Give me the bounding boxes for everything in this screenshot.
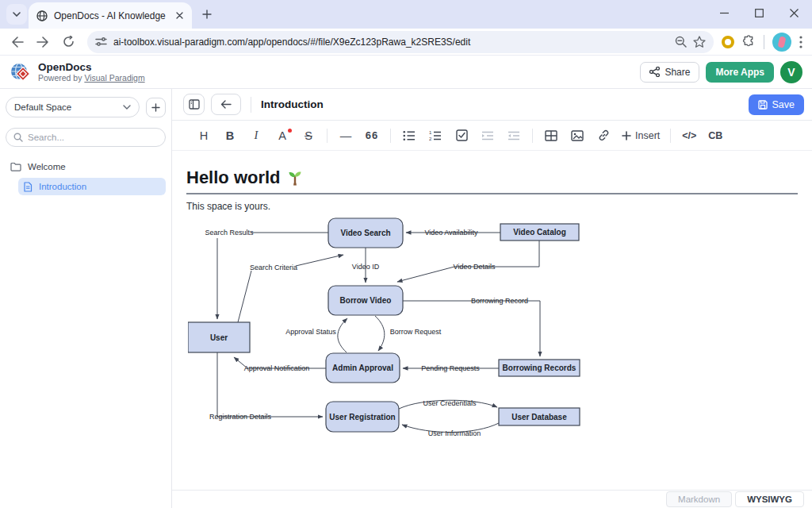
heading-button[interactable]: H — [196, 126, 212, 145]
divider — [764, 35, 764, 49]
sidebar-item-introduction[interactable]: Introduction — [18, 178, 166, 195]
browser-tab-strip: OpenDocs - AI Knowledge Base — [0, 0, 812, 29]
dataflow-diagram[interactable]: Video SearchVideo CatalogBorrow VideoUse… — [188, 214, 798, 448]
diagram-edge-label-bg — [188, 214, 190, 214]
diagram-canvas: Video SearchVideo CatalogBorrow VideoUse… — [188, 214, 600, 445]
diagram-node-label: Video Search — [340, 229, 390, 237]
diagram-node-label: Borrowing Records — [503, 364, 576, 372]
diagram-edge-label: Video Details — [454, 263, 496, 271]
folder-icon — [10, 162, 21, 171]
close-window-button[interactable] — [787, 6, 801, 20]
app-brand: OpenDocs Powered by Visual Paradigm — [10, 61, 145, 83]
search-placeholder: Search... — [28, 133, 64, 142]
code-block-button[interactable]: CB — [707, 126, 723, 145]
share-icon — [649, 67, 660, 77]
outdent-button[interactable] — [506, 126, 522, 145]
divider — [251, 97, 251, 113]
url-text[interactable]: ai-toolbox.visual-paradigm.com/app/opend… — [113, 37, 668, 48]
panel-icon — [189, 99, 200, 110]
new-tab-button[interactable] — [197, 4, 217, 25]
user-avatar[interactable]: V — [780, 61, 802, 83]
diagram-node-label: Video Catalog — [513, 228, 566, 237]
tab-search-button[interactable] — [6, 4, 27, 25]
diagram-node-label: Borrow Video — [340, 296, 392, 305]
diagram-edge-label: Video ID — [352, 263, 380, 271]
minimize-button[interactable] — [717, 6, 731, 20]
search-input[interactable]: Search... — [6, 128, 166, 147]
plus-icon — [151, 103, 160, 112]
seedling-emoji-icon — [286, 169, 304, 187]
visual-paradigm-link[interactable]: Visual Paradigm — [84, 73, 144, 83]
window-controls — [717, 0, 806, 25]
back-button[interactable] — [6, 31, 29, 53]
image-button[interactable] — [569, 126, 585, 145]
editor-mode-bar: Markdown WYSIWYG — [172, 490, 812, 508]
chevron-down-icon — [123, 105, 131, 110]
browser-menu-icon[interactable] — [799, 36, 802, 48]
back-page-button[interactable] — [211, 94, 241, 115]
diagram-node-label: Admin Approval — [332, 364, 393, 372]
tab-close-icon[interactable] — [173, 10, 186, 22]
strikethrough-button[interactable]: S — [301, 126, 316, 145]
search-icon — [13, 133, 23, 142]
doc-heading: Hello world — [186, 167, 798, 194]
diagram-edge-search-criteria-b — [296, 255, 343, 266]
back-arrow-icon — [11, 37, 24, 48]
checkbox-icon — [456, 129, 468, 141]
more-apps-button[interactable]: More Apps — [706, 62, 774, 83]
browser-tab[interactable]: OpenDocs - AI Knowledge Base — [29, 2, 192, 29]
link-button[interactable] — [596, 126, 611, 145]
site-info-icon[interactable] — [95, 37, 107, 47]
zoom-icon[interactable] — [675, 36, 687, 48]
extension-badge-icon[interactable] — [722, 36, 734, 48]
mode-tab-markdown[interactable]: Markdown — [666, 491, 732, 507]
bullet-list-button[interactable] — [401, 126, 417, 145]
mode-tab-wysiwyg[interactable]: WYSIWYG — [735, 491, 804, 507]
diagram-edge-label: Approval Status — [285, 328, 336, 336]
url-bar[interactable]: ai-toolbox.visual-paradigm.com/app/opend… — [87, 31, 714, 53]
doc-paragraph: This space is yours. — [186, 201, 798, 212]
reload-button[interactable] — [57, 31, 79, 53]
indent-button[interactable] — [480, 126, 496, 145]
forward-arrow-icon — [36, 37, 49, 48]
diagram-edge-label: User Information — [428, 429, 481, 437]
blockquote-button[interactable]: 66 — [364, 126, 380, 145]
task-list-button[interactable] — [454, 126, 469, 145]
diagram-edge-borrow-request — [375, 316, 385, 351]
insert-button[interactable]: Insert — [622, 130, 660, 141]
browser-profile-avatar[interactable] — [772, 33, 791, 52]
diagram-edge-label: Borrow Request — [390, 328, 442, 336]
italic-button[interactable]: I — [248, 126, 264, 145]
table-button[interactable] — [543, 126, 559, 145]
forward-button[interactable] — [32, 31, 54, 53]
diagram-node-label: User Database — [511, 412, 567, 421]
sidebar-item-welcome[interactable]: Welcome — [6, 158, 166, 175]
outdent-icon — [508, 131, 520, 140]
extensions-puzzle-icon[interactable] — [742, 35, 756, 48]
text-color-button[interactable]: A — [274, 126, 290, 145]
svg-text:2: 2 — [429, 137, 432, 141]
diagram-edge-label: Search Criteria — [250, 264, 297, 271]
opendocs-logo — [10, 61, 32, 83]
inline-code-button[interactable]: </> — [681, 126, 697, 145]
powered-by: Powered by Visual Paradigm — [38, 73, 145, 83]
add-page-button[interactable] — [146, 98, 166, 117]
bookmark-star-icon[interactable] — [693, 36, 706, 48]
horizontal-rule-button[interactable]: — — [338, 126, 354, 145]
ordered-list-button[interactable]: 12 — [427, 126, 443, 145]
space-selector[interactable]: Default Space — [6, 97, 140, 117]
page-tree: Welcome Introduction — [6, 158, 166, 195]
indent-icon — [481, 131, 494, 140]
diagram-edge-registration-details — [217, 352, 323, 417]
toggle-sidebar-button[interactable] — [183, 94, 205, 115]
bullet-list-icon — [403, 130, 416, 141]
bold-button[interactable]: B — [222, 126, 238, 145]
document-editor[interactable]: Hello world This space is yours. Video S… — [172, 151, 812, 490]
maximize-button[interactable] — [752, 6, 766, 20]
save-icon — [758, 100, 768, 110]
diagram-edge-label: Registration Details — [209, 413, 272, 421]
share-button[interactable]: Share — [640, 62, 699, 83]
browser-actions — [722, 33, 806, 52]
save-button[interactable]: Save — [749, 94, 805, 115]
diagram-edge-search-criteria-a — [238, 271, 251, 322]
